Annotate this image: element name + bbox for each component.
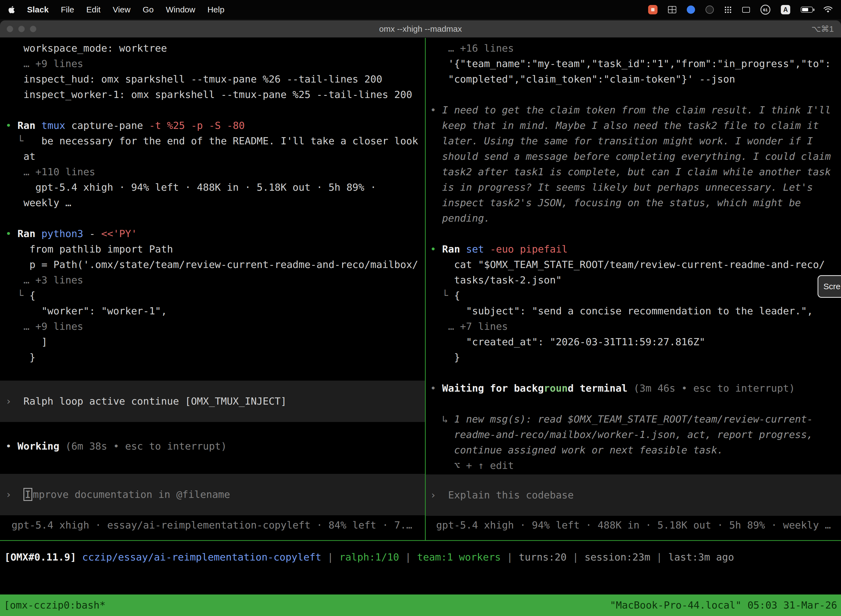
tmux-host-clock: "MacBook-Pro-44.local" 05:03 31-Mar-26 [610,597,837,613]
terminal-line: └ be necessary for the end of the README… [0,133,425,149]
wifi-glyph [823,6,833,13]
terminal-text: } [430,352,460,363]
window-title: omx --xhigh --madmax [0,24,841,34]
terminal-line: inspect task2's JSON, focusing on the st… [426,195,841,211]
terminal-text: "created_at": "2026-03-31T11:59:27.816Z" [430,336,705,348]
tmux-status-bar: [omx-cczip0:bash* "MacBook-Pro-44.local"… [0,594,841,616]
terminal-line [0,211,425,226]
terminal-text: | [651,551,668,563]
injected-prompt-band[interactable]: › Ralph loop active continue [OMX_TMUX_I… [0,381,425,422]
terminal-text: 1 new msg(s): read $OMX_TEAM_STATE_ROOT/… [454,414,813,425]
screen-recording-indicator-icon[interactable] [648,5,658,14]
terminal-text: <<'PY' [101,228,137,239]
composer-suggestion-band[interactable]: › Improve documentation in @filename [0,474,425,515]
terminal-text: Waiting for backg [442,383,544,394]
terminal-text [76,551,82,563]
input-source-icon[interactable]: A [781,5,790,14]
spacer [0,422,425,439]
omx-status-bar: [OMX#0.11.9] cczip/essay/ai-reimplementa… [0,550,841,565]
omx-status-line: [OMX#0.11.9] cczip/essay/ai-reimplementa… [0,550,841,565]
terminal-text: … +9 lines [6,321,84,332]
apps-grid-icon[interactable] [724,6,732,13]
gauge-icon[interactable]: 61 [760,5,771,15]
pane-footer-status: gpt-5.4 xhigh · essay/ai-reimplementatio… [0,518,425,533]
grid-app-icon[interactable] [668,6,676,13]
terminal-text: "subject": "send a concise recommendatio… [430,305,813,317]
app-menu-slack[interactable]: Slack [27,5,48,14]
terminal-text: -t %25 -p -S -80 [149,120,245,131]
terminal-text: pending. [430,213,490,224]
composer-suggestion-band: › Explain this codebase [426,487,841,503]
terminal-text: I [23,488,32,501]
terminal-text: … +3 lines [6,274,84,286]
terminal-text: ralph:1/10 [339,551,399,563]
terminal-line: "subject": "send a concise recommendatio… [426,303,841,319]
terminal-text: python3 [41,228,84,239]
terminal-line: '{"team_name":"my-team","task_id":"1","f… [426,56,841,72]
terminal-text: session:23m [585,551,650,563]
terminal-line [0,365,425,381]
terminal-line: ] [0,334,425,350]
terminal-text: tasks/task-2.json" [430,274,562,286]
menu-file[interactable]: File [61,5,74,14]
terminal-text: should send a message before completing … [430,151,831,162]
terminal-text: (6m 38s • esc to interrupt) [59,440,227,452]
terminal-text: gpt-5.4 xhigh · essay/ai-reimplementatio… [6,519,412,531]
overlay-label: Scre [823,282,841,291]
dark-app-icon[interactable] [706,6,714,14]
terminal-text: workspace_mode: worktree [6,43,167,54]
terminal-text: Ran [442,243,466,255]
wifi-icon[interactable] [823,6,833,13]
terminal-line: continue assigned work or next feasible … [426,442,841,458]
menu-help[interactable]: Help [208,5,224,14]
terminal-text: later. Using the same for transition mig… [430,135,813,147]
terminal-text: -euo pipefail [490,243,568,255]
terminal-line: … +110 lines [0,164,425,180]
terminal-line: keep that in mind. Maybe I also need the… [426,118,841,133]
terminal-line: inspect_hud: omx sparkshell --tmux-pane … [0,72,425,87]
terminal-text: | [399,551,417,563]
terminal-line: • I need to get the claim token from the… [426,103,841,118]
menu-go[interactable]: Go [143,5,154,14]
terminal-text: › [6,396,23,407]
terminal-line: workspace_mode: worktree [0,41,425,56]
terminal-text: › [430,489,448,501]
composer-suggestion-band[interactable]: › Explain this codebase [426,474,841,516]
screen: Slack FileEditViewGoWindowHelp 61 A [0,0,841,616]
terminal-text: • [6,440,18,452]
composer-suggestion-band: › Improve documentation in @filename [0,487,425,502]
terminal-line: weekly … [0,195,425,211]
menu-bar-left: Slack FileEditViewGoWindowHelp [8,5,224,14]
terminal-line [0,103,425,118]
right-terminal-pane[interactable]: … +16 lines '{"team_name":"my-team","tas… [426,38,841,540]
terminal-line: task2 after task1 is complete, but can I… [426,164,841,180]
blue-circle-glyph [687,6,695,14]
terminal-text: ⌥ + ↑ edit [430,460,514,471]
menu-view[interactable]: View [113,5,130,14]
terminal-text: Working [18,440,59,452]
terminal-text: • [6,228,18,239]
terminal-text: set [466,243,484,255]
utility-app-icon[interactable] [742,7,750,13]
battery-icon[interactable] [801,7,813,13]
terminal-line: inspect_worker-1: omx sparkshell --tmux-… [0,87,425,103]
terminal-text: gpt-5.4 xhigh · 94% left · 488K in · 5.1… [430,519,831,531]
terminal-text: Explain this codebase [448,489,574,501]
window-titlebar[interactable]: omx --xhigh --madmax ⌥⌘1 [0,21,841,38]
menu-window[interactable]: Window [166,5,195,14]
terminal-text: … +7 lines [430,321,508,332]
apple-logo [8,6,15,14]
terminal-text: | [501,551,519,563]
terminal-text: { [454,290,460,301]
terminal-line: at [0,149,425,164]
terminal-text: … +110 lines [6,166,95,177]
menu-edit[interactable]: Edit [86,5,101,14]
tmux-session-info: [omx-cczip0:bash* [4,597,105,613]
terminal-line: } [0,350,425,365]
left-terminal-pane[interactable]: workspace_mode: worktree … +9 lines insp… [0,38,425,540]
blue-app-icon[interactable] [687,6,695,14]
terminal-line: should send a message before completing … [426,149,841,164]
terminal-line: later. Using the same for transition mig… [426,133,841,149]
terminal-text: be necessary for the end of the README. … [41,135,418,147]
apple-menu-icon[interactable] [8,6,15,14]
